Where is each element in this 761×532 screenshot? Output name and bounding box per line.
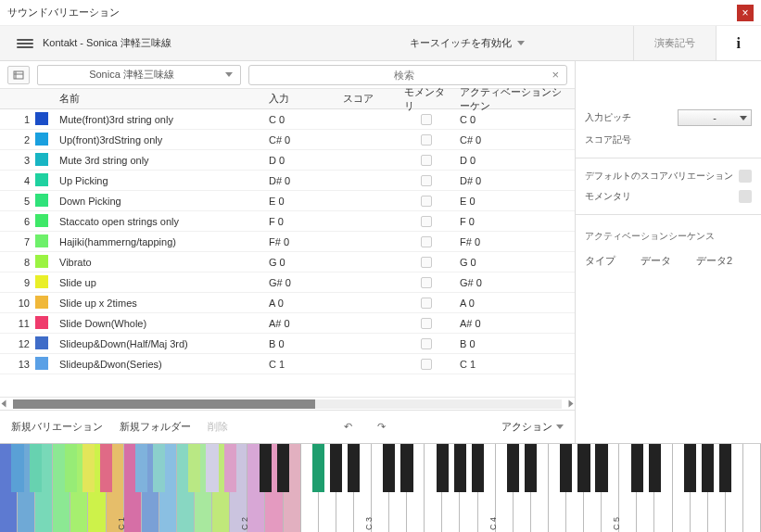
row-input[interactable]: C# 0 [263, 134, 337, 146]
row-name[interactable]: Slide up [54, 277, 263, 288]
color-swatch[interactable] [35, 296, 48, 309]
black-key[interactable] [65, 444, 77, 492]
row-name[interactable]: Vibrato [54, 257, 263, 268]
row-input[interactable]: D 0 [263, 155, 337, 166]
row-activation[interactable]: D 0 [454, 155, 575, 166]
black-key[interactable] [383, 444, 395, 492]
row-name[interactable]: Slide up x 2times [54, 298, 263, 309]
input-pitch-select[interactable]: - [678, 109, 752, 126]
black-key[interactable] [348, 444, 360, 492]
black-key[interactable] [577, 444, 590, 492]
color-swatch[interactable] [35, 173, 48, 186]
momentary-checkbox[interactable] [421, 277, 432, 288]
black-key[interactable] [277, 444, 289, 492]
row-input[interactable]: F 0 [263, 216, 337, 227]
row-input[interactable]: G# 0 [263, 277, 337, 288]
new-folder-button[interactable]: 新規フォルダー [120, 420, 191, 434]
row-input[interactable]: F# 0 [263, 236, 337, 247]
black-key[interactable] [11, 444, 23, 492]
white-key[interactable] [743, 444, 761, 532]
row-input[interactable]: C 0 [263, 114, 337, 125]
color-swatch[interactable] [35, 153, 48, 166]
piano-keyboard[interactable]: C 0C 1C 2C 3C 4C 5 [0, 443, 761, 532]
color-swatch[interactable] [35, 112, 48, 125]
row-input[interactable]: D# 0 [263, 175, 337, 186]
row-activation[interactable]: G# 0 [454, 277, 575, 288]
row-activation[interactable]: D# 0 [454, 175, 575, 186]
table-row[interactable]: 10Slide up x 2timesA 0A 0 [0, 293, 575, 313]
black-key[interactable] [312, 444, 324, 492]
momentary-checkbox[interactable] [421, 134, 432, 146]
color-swatch[interactable] [35, 194, 48, 207]
scrollbar-thumb[interactable] [13, 399, 315, 409]
redo-button[interactable]: ↷ [374, 419, 390, 436]
black-key[interactable] [135, 444, 147, 492]
black-key[interactable] [719, 444, 731, 492]
row-activation[interactable]: A 0 [454, 298, 575, 309]
black-key[interactable] [472, 444, 484, 492]
black-key[interactable] [260, 444, 272, 492]
tab-performance-symbol[interactable]: 演奏記号 [633, 26, 716, 60]
row-name[interactable]: Up(front)3rdString only [54, 134, 263, 146]
table-row[interactable]: 12Slideup&Down(Half/Maj 3rd)B 0B 0 [0, 334, 575, 354]
color-swatch[interactable] [35, 275, 48, 288]
row-activation[interactable]: C 0 [454, 114, 575, 125]
row-input[interactable]: E 0 [263, 196, 337, 207]
horizontal-scrollbar[interactable] [0, 397, 575, 410]
black-key[interactable] [507, 444, 519, 492]
row-input[interactable]: B 0 [263, 338, 337, 349]
delete-button[interactable]: 削除 [208, 420, 228, 434]
row-input[interactable]: G 0 [263, 257, 337, 268]
table-row[interactable]: 6Staccato open strings onlyF 0F 0 [0, 211, 575, 232]
row-activation[interactable]: F 0 [454, 216, 575, 227]
table-row[interactable]: 7Hajiki(hammerng/tapping)F# 0F# 0 [0, 232, 575, 252]
row-name[interactable]: Staccato open strings only [54, 216, 263, 227]
scroll-left-icon[interactable] [2, 400, 6, 408]
row-name[interactable]: Mute 3rd string only [54, 155, 263, 166]
black-key[interactable] [595, 444, 607, 492]
default-score-checkbox[interactable] [739, 170, 752, 183]
black-key[interactable] [684, 444, 696, 492]
row-activation[interactable]: C 1 [454, 359, 575, 370]
table-row[interactable]: 4Up PickingD# 0D# 0 [0, 171, 575, 191]
action-menu[interactable]: アクション [501, 420, 564, 434]
color-swatch[interactable] [35, 357, 48, 370]
color-swatch[interactable] [35, 316, 48, 329]
search-input[interactable] [257, 70, 552, 81]
black-key[interactable] [100, 444, 112, 492]
table-row[interactable]: 9Slide upG# 0G# 0 [0, 272, 575, 293]
black-key[interactable] [702, 444, 714, 492]
row-name[interactable]: Up Picking [54, 175, 263, 186]
row-name[interactable]: Hajiki(hammerng/tapping) [54, 236, 263, 247]
row-activation[interactable]: C# 0 [454, 134, 575, 146]
table-row[interactable]: 3Mute 3rd string onlyD 0D 0 [0, 150, 575, 171]
undo-button[interactable]: ↶ [340, 419, 357, 436]
table-row[interactable]: 5Down PickingE 0E 0 [0, 191, 575, 211]
col-name[interactable]: 名前 [54, 92, 263, 106]
table-row[interactable]: 13Slideup&Dwon(Series)C 1C 1 [0, 354, 575, 374]
table-row[interactable]: 8VibratoG 0G 0 [0, 252, 575, 272]
momentary-checkbox[interactable] [421, 114, 432, 125]
color-swatch[interactable] [35, 336, 48, 349]
momentary-checkbox[interactable] [421, 175, 432, 186]
table-row[interactable]: 2Up(front)3rdString onlyC# 0C# 0 [0, 130, 575, 150]
black-key[interactable] [188, 444, 200, 492]
search-field[interactable]: × [248, 65, 567, 85]
row-name[interactable]: Slideup&Down(Half/Maj 3rd) [54, 338, 263, 349]
momentary-checkbox[interactable] [421, 236, 432, 247]
file-button[interactable] [7, 66, 30, 84]
row-name[interactable]: Mute(front)3rd string only [54, 114, 263, 125]
black-key[interactable] [82, 444, 95, 492]
col-momentary[interactable]: モメンタリ [399, 85, 454, 113]
row-input[interactable]: A# 0 [263, 318, 337, 329]
black-key[interactable] [649, 444, 661, 492]
col-activation[interactable]: アクティベーションシーケン [454, 85, 575, 113]
momentary-checkbox[interactable] [739, 190, 752, 203]
row-activation[interactable]: E 0 [454, 196, 575, 207]
color-swatch[interactable] [35, 133, 48, 146]
momentary-checkbox[interactable] [421, 257, 432, 268]
row-activation[interactable]: B 0 [454, 338, 575, 349]
table-row[interactable]: 11Slide Down(Whole)A# 0A# 0 [0, 313, 575, 334]
row-name[interactable]: Down Picking [54, 196, 263, 207]
black-key[interactable] [525, 444, 537, 492]
